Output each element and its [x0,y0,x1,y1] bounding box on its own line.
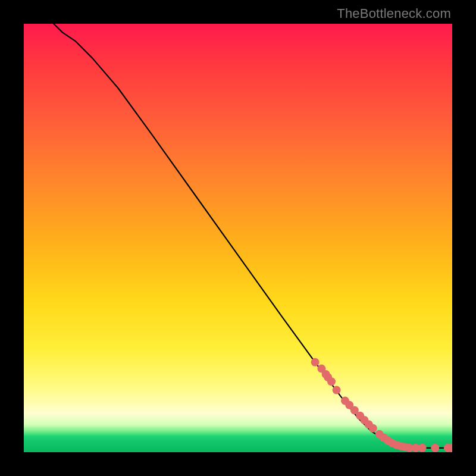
curve-path [54,24,452,448]
curve-line [54,24,452,448]
marker-point [369,424,377,433]
marker-points [311,358,452,452]
plot-area [24,24,452,452]
marker-point [327,377,336,386]
chart-frame: TheBottleneck.com [0,0,476,476]
watermark-text: TheBottleneck.com [337,6,451,21]
marker-point [311,358,320,367]
marker-point [418,444,427,452]
chart-svg-layer [24,24,452,452]
marker-point [333,386,341,394]
marker-point [431,444,439,452]
